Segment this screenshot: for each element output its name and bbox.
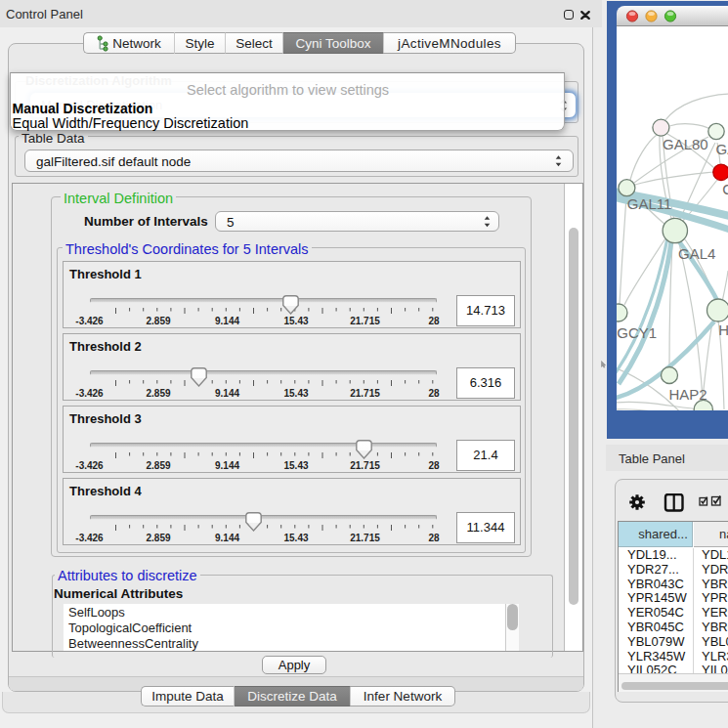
svg-text:GCY1: GCY1 (617, 324, 657, 341)
svg-text:HAP2: HAP2 (668, 386, 707, 403)
svg-text:H: H (718, 321, 728, 338)
svg-text:C: C (722, 181, 728, 197)
svg-text:GA: GA (716, 141, 728, 157)
svg-text:GAL4: GAL4 (678, 245, 715, 262)
svg-text:GAL80: GAL80 (663, 136, 708, 152)
svg-text:GAL11: GAL11 (627, 195, 672, 212)
